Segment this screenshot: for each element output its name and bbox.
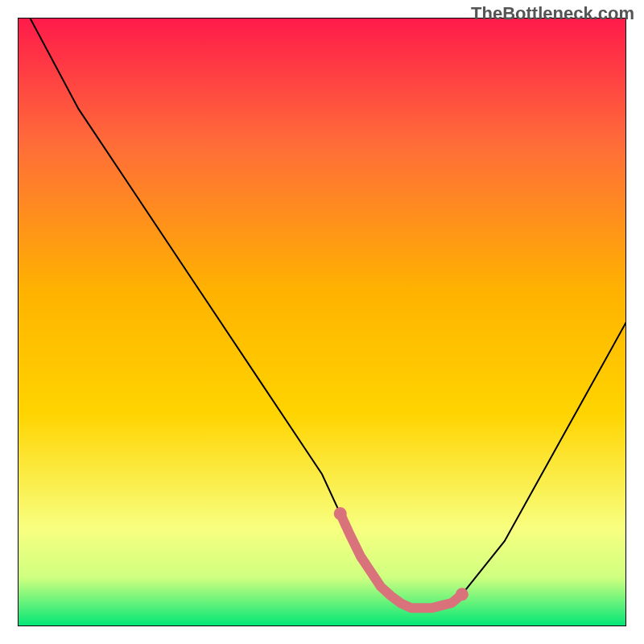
chart-svg xyxy=(18,18,626,626)
plot-area xyxy=(18,18,626,626)
watermark-text: TheBottleneck.com xyxy=(471,3,634,24)
chart-container: TheBottleneck.com xyxy=(0,0,644,644)
highlight-dot-start xyxy=(334,507,347,520)
highlight-dot-end xyxy=(456,588,469,601)
gradient-background xyxy=(18,18,626,626)
